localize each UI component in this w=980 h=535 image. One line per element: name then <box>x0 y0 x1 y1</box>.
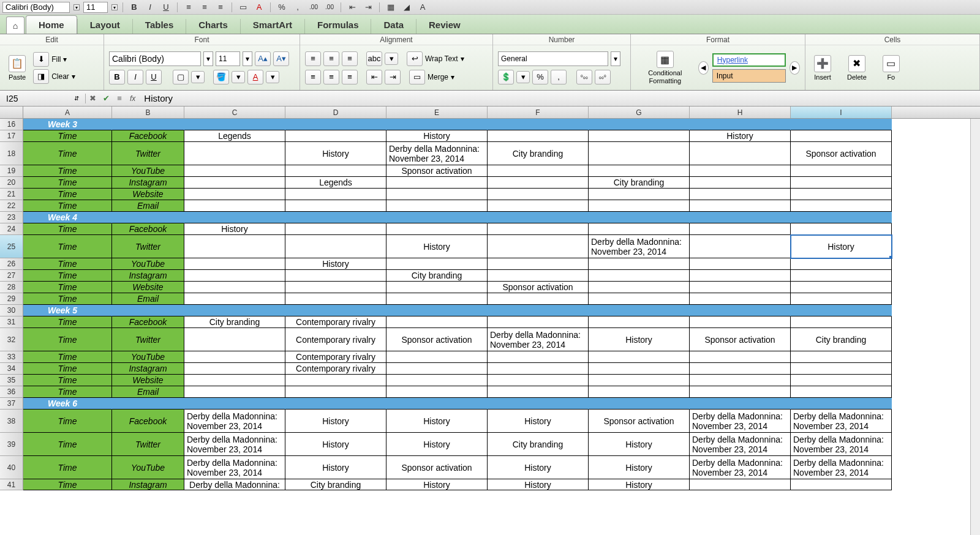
dropdown-icon[interactable]: ▾ <box>72 72 75 81</box>
cell[interactable] <box>184 328 285 351</box>
cell[interactable]: History <box>386 433 488 456</box>
cell[interactable] <box>589 223 690 235</box>
number-format-combo[interactable]: General <box>498 51 608 66</box>
cell[interactable] <box>690 189 791 200</box>
cell[interactable]: Derby della Madonnina: November 23, 2014 <box>488 328 589 351</box>
cell[interactable] <box>589 212 690 223</box>
cell[interactable]: Website <box>112 375 184 386</box>
cell[interactable] <box>285 130 386 142</box>
font-name-combo[interactable]: Calibri (Body) <box>109 51 201 66</box>
cell[interactable]: Time <box>23 130 112 142</box>
cell[interactable]: Instagram <box>112 177 184 189</box>
row-header[interactable]: 40 <box>0 456 23 479</box>
cell[interactable] <box>589 142 690 165</box>
cell[interactable]: Time <box>23 200 112 212</box>
italic-button[interactable]: I <box>144 2 156 13</box>
cell[interactable]: Time <box>23 293 112 305</box>
cell[interactable]: Time <box>23 375 112 386</box>
cell[interactable] <box>488 165 589 177</box>
quick-size-combo[interactable]: 11 <box>83 2 108 13</box>
cell[interactable] <box>112 305 184 316</box>
cell[interactable]: Website <box>112 189 184 200</box>
cell[interactable]: Time <box>23 316 112 328</box>
indent-right-icon[interactable]: ⇥ <box>362 2 374 13</box>
paste-button[interactable]: 📋 Paste <box>5 53 29 83</box>
cell[interactable] <box>386 177 488 189</box>
cell[interactable]: Time <box>23 456 112 479</box>
cell[interactable]: Email <box>112 386 184 398</box>
cell[interactable]: YouTube <box>112 456 184 479</box>
font-size-combo[interactable]: 11 <box>216 51 240 66</box>
cell[interactable]: Derby della Madonnina: November 23, 2014 <box>690 433 791 456</box>
fx-icon[interactable]: fx <box>126 94 139 103</box>
cell[interactable] <box>791 316 892 328</box>
cell[interactable] <box>791 212 892 223</box>
cell[interactable]: YouTube <box>112 351 184 363</box>
cell[interactable] <box>589 165 690 177</box>
grid[interactable]: Week 3TimeFacebookLegendsHistoryHistoryT… <box>23 119 980 535</box>
cell[interactable] <box>690 351 791 363</box>
cell[interactable] <box>690 293 791 305</box>
column-header[interactable]: A <box>23 107 112 118</box>
cell[interactable] <box>386 351 488 363</box>
cell[interactable] <box>285 212 386 223</box>
cancel-icon[interactable]: ✖ <box>86 92 99 105</box>
decrease-decimal-icon[interactable]: .00 <box>323 2 336 13</box>
cell[interactable] <box>386 282 488 293</box>
cell[interactable]: Facebook <box>112 410 184 433</box>
cell[interactable]: Derby della Madonnina: November 23, 2014 <box>791 456 892 479</box>
cell[interactable] <box>791 375 892 386</box>
cell[interactable] <box>488 363 589 375</box>
cell[interactable] <box>488 235 589 258</box>
cell[interactable] <box>386 258 488 270</box>
cell[interactable]: Time <box>23 328 112 351</box>
orientation-icon[interactable]: abc <box>366 51 382 66</box>
cell[interactable]: History <box>285 433 386 456</box>
cell[interactable]: Time <box>23 351 112 363</box>
cell[interactable] <box>791 223 892 235</box>
dropdown-icon[interactable]: ▾ <box>385 53 398 65</box>
cell[interactable]: Sponsor activation <box>791 142 892 165</box>
cell[interactable] <box>690 479 791 490</box>
cell[interactable]: Derby della Madonnina: November 23, 2014 <box>184 410 285 433</box>
cell[interactable] <box>690 223 791 235</box>
cell[interactable]: Legends <box>285 177 386 189</box>
row-header[interactable]: 37 <box>0 398 23 410</box>
column-header[interactable]: F <box>488 107 589 118</box>
formula-builder-icon[interactable]: ≡ <box>113 92 126 105</box>
cell[interactable] <box>285 270 386 282</box>
column-header[interactable]: E <box>386 107 488 118</box>
cell[interactable]: Time <box>23 433 112 456</box>
cell[interactable] <box>285 223 386 235</box>
quick-font-combo[interactable]: Calibri (Body) <box>2 2 70 13</box>
cell[interactable] <box>690 386 791 398</box>
dropdown-icon[interactable]: ▾ <box>611 51 620 66</box>
cell[interactable] <box>589 130 690 142</box>
cell[interactable]: City branding <box>488 433 589 456</box>
cell[interactable]: Sponsor activation <box>589 410 690 433</box>
align-middle-icon[interactable]: ≡ <box>323 51 339 66</box>
column-header[interactable]: I <box>791 107 892 118</box>
cell[interactable]: Facebook <box>112 223 184 235</box>
cell[interactable]: Sponsor activation <box>690 328 791 351</box>
cell[interactable] <box>488 189 589 200</box>
cell[interactable]: Email <box>112 293 184 305</box>
italic-button[interactable]: I <box>127 70 143 84</box>
row-header[interactable]: 32 <box>0 328 23 351</box>
cell[interactable] <box>589 305 690 316</box>
comma-icon[interactable]: , <box>551 70 567 84</box>
cell[interactable] <box>184 293 285 305</box>
cell[interactable]: Time <box>23 386 112 398</box>
cell[interactable] <box>791 398 892 410</box>
cell[interactable]: YouTube <box>112 258 184 270</box>
cell[interactable] <box>791 165 892 177</box>
cell[interactable] <box>285 119 386 130</box>
cell[interactable] <box>184 165 285 177</box>
cell[interactable] <box>690 258 791 270</box>
cell[interactable] <box>791 293 892 305</box>
cell[interactable] <box>488 258 589 270</box>
cell[interactable]: History <box>589 479 690 490</box>
cell[interactable]: Instagram <box>112 270 184 282</box>
select-all-corner[interactable] <box>0 107 23 119</box>
cell[interactable] <box>386 212 488 223</box>
